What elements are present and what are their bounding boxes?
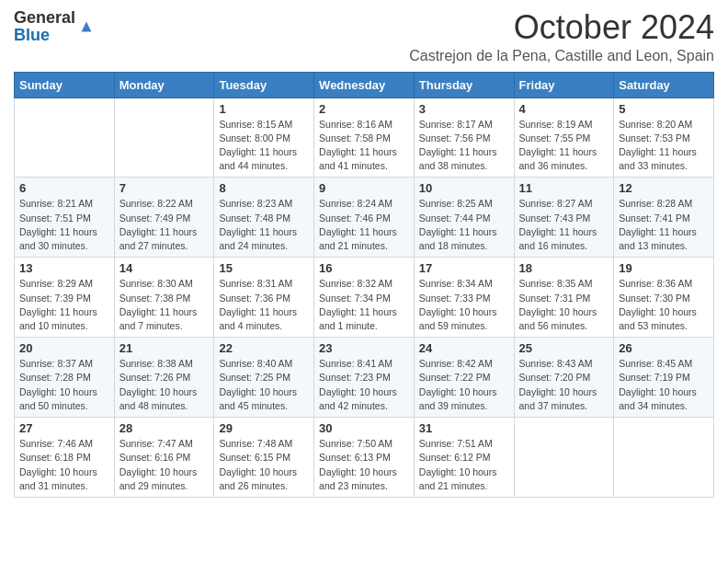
- calendar-week-row: 13Sunrise: 8:29 AMSunset: 7:39 PMDayligh…: [15, 258, 714, 338]
- day-info: Sunrise: 8:19 AMSunset: 7:55 PMDaylight:…: [519, 118, 609, 174]
- day-info: Sunrise: 8:32 AMSunset: 7:34 PMDaylight:…: [319, 277, 409, 333]
- day-number: 23: [319, 341, 409, 355]
- calendar-cell: 13Sunrise: 8:29 AMSunset: 7:39 PMDayligh…: [15, 258, 115, 338]
- calendar-cell: 31Sunrise: 7:51 AMSunset: 6:12 PMDayligh…: [414, 418, 514, 498]
- day-info: Sunrise: 8:42 AMSunset: 7:22 PMDaylight:…: [419, 357, 509, 413]
- day-number: 4: [519, 102, 609, 116]
- calendar-cell: 1Sunrise: 8:15 AMSunset: 8:00 PMDaylight…: [214, 98, 314, 178]
- page-header: General Blue October 2024 Castrejon de l…: [14, 9, 714, 64]
- day-info: Sunrise: 8:16 AMSunset: 7:58 PMDaylight:…: [319, 118, 409, 174]
- day-number: 2: [319, 102, 409, 116]
- calendar-cell: 2Sunrise: 8:16 AMSunset: 7:58 PMDaylight…: [314, 98, 415, 178]
- calendar-cell: 26Sunrise: 8:45 AMSunset: 7:19 PMDayligh…: [614, 338, 714, 418]
- header-thursday: Thursday: [414, 72, 514, 98]
- title-area: October 2024 Castrejon de la Pena, Casti…: [409, 9, 714, 64]
- day-number: 14: [119, 261, 210, 275]
- day-info: Sunrise: 8:43 AMSunset: 7:20 PMDaylight:…: [519, 357, 609, 413]
- calendar-cell: 22Sunrise: 8:40 AMSunset: 7:25 PMDayligh…: [214, 338, 314, 418]
- day-info: Sunrise: 8:36 AMSunset: 7:30 PMDaylight:…: [619, 277, 709, 333]
- day-number: 28: [119, 421, 210, 435]
- calendar-cell: 12Sunrise: 8:28 AMSunset: 7:41 PMDayligh…: [614, 178, 714, 258]
- calendar-cell: 28Sunrise: 7:47 AMSunset: 6:16 PMDayligh…: [114, 418, 214, 498]
- day-number: 24: [419, 341, 509, 355]
- day-info: Sunrise: 8:35 AMSunset: 7:31 PMDaylight:…: [519, 277, 609, 333]
- header-saturday: Saturday: [614, 72, 714, 98]
- calendar-table: SundayMondayTuesdayWednesdayThursdayFrid…: [14, 72, 714, 498]
- header-friday: Friday: [514, 72, 614, 98]
- day-number: 13: [19, 261, 109, 275]
- day-number: 29: [219, 421, 309, 435]
- day-info: Sunrise: 8:20 AMSunset: 7:53 PMDaylight:…: [619, 118, 709, 174]
- calendar-header-row: SundayMondayTuesdayWednesdayThursdayFrid…: [15, 72, 714, 98]
- logo: General Blue: [14, 9, 95, 44]
- svg-marker-0: [82, 22, 92, 32]
- day-info: Sunrise: 8:30 AMSunset: 7:38 PMDaylight:…: [119, 277, 210, 333]
- month-title: October 2024: [409, 9, 714, 46]
- calendar-cell: 17Sunrise: 8:34 AMSunset: 7:33 PMDayligh…: [414, 258, 514, 338]
- location-title: Castrejon de la Pena, Castille and Leon,…: [409, 48, 714, 64]
- calendar-cell: 23Sunrise: 8:41 AMSunset: 7:23 PMDayligh…: [314, 338, 415, 418]
- logo-text-blue: Blue: [14, 26, 50, 44]
- day-number: 31: [419, 421, 509, 435]
- day-number: 10: [419, 181, 509, 195]
- calendar-cell: [15, 98, 115, 178]
- day-number: 5: [619, 102, 709, 116]
- day-number: 8: [219, 181, 309, 195]
- header-tuesday: Tuesday: [214, 72, 314, 98]
- day-number: 25: [519, 341, 609, 355]
- calendar-week-row: 1Sunrise: 8:15 AMSunset: 8:00 PMDaylight…: [15, 98, 714, 178]
- header-sunday: Sunday: [15, 72, 115, 98]
- calendar-cell: 7Sunrise: 8:22 AMSunset: 7:49 PMDaylight…: [114, 178, 214, 258]
- day-info: Sunrise: 8:31 AMSunset: 7:36 PMDaylight:…: [219, 277, 309, 333]
- day-number: 11: [519, 181, 609, 195]
- calendar-cell: 3Sunrise: 8:17 AMSunset: 7:56 PMDaylight…: [414, 98, 514, 178]
- day-number: 15: [219, 261, 309, 275]
- day-info: Sunrise: 8:27 AMSunset: 7:43 PMDaylight:…: [519, 197, 609, 253]
- calendar-cell: 30Sunrise: 7:50 AMSunset: 6:13 PMDayligh…: [314, 418, 415, 498]
- calendar-cell: 20Sunrise: 8:37 AMSunset: 7:28 PMDayligh…: [15, 338, 115, 418]
- calendar-cell: 25Sunrise: 8:43 AMSunset: 7:20 PMDayligh…: [514, 338, 614, 418]
- day-info: Sunrise: 8:22 AMSunset: 7:49 PMDaylight:…: [119, 197, 210, 253]
- day-info: Sunrise: 7:46 AMSunset: 6:18 PMDaylight:…: [19, 437, 109, 493]
- calendar-cell: 29Sunrise: 7:48 AMSunset: 6:15 PMDayligh…: [214, 418, 314, 498]
- day-info: Sunrise: 7:51 AMSunset: 6:12 PMDaylight:…: [419, 437, 509, 493]
- day-number: 21: [119, 341, 210, 355]
- day-info: Sunrise: 8:17 AMSunset: 7:56 PMDaylight:…: [419, 118, 509, 174]
- day-info: Sunrise: 8:21 AMSunset: 7:51 PMDaylight:…: [19, 197, 109, 253]
- calendar-week-row: 27Sunrise: 7:46 AMSunset: 6:18 PMDayligh…: [15, 418, 714, 498]
- calendar-cell: [514, 418, 614, 498]
- calendar-week-row: 20Sunrise: 8:37 AMSunset: 7:28 PMDayligh…: [15, 338, 714, 418]
- calendar-cell: 21Sunrise: 8:38 AMSunset: 7:26 PMDayligh…: [114, 338, 214, 418]
- calendar-cell: [114, 98, 214, 178]
- header-monday: Monday: [114, 72, 214, 98]
- day-number: 12: [619, 181, 709, 195]
- day-info: Sunrise: 8:24 AMSunset: 7:46 PMDaylight:…: [319, 197, 409, 253]
- calendar-cell: 4Sunrise: 8:19 AMSunset: 7:55 PMDaylight…: [514, 98, 614, 178]
- day-number: 26: [619, 341, 709, 355]
- day-number: 3: [419, 102, 509, 116]
- day-info: Sunrise: 7:48 AMSunset: 6:15 PMDaylight:…: [219, 437, 309, 493]
- logo-icon: [78, 18, 95, 35]
- calendar-cell: 15Sunrise: 8:31 AMSunset: 7:36 PMDayligh…: [214, 258, 314, 338]
- day-info: Sunrise: 8:15 AMSunset: 8:00 PMDaylight:…: [219, 118, 309, 174]
- day-info: Sunrise: 8:29 AMSunset: 7:39 PMDaylight:…: [19, 277, 109, 333]
- logo-text-general: General: [14, 8, 75, 27]
- day-number: 9: [319, 181, 409, 195]
- day-number: 18: [519, 261, 609, 275]
- calendar-cell: 11Sunrise: 8:27 AMSunset: 7:43 PMDayligh…: [514, 178, 614, 258]
- day-number: 27: [19, 421, 109, 435]
- day-number: 17: [419, 261, 509, 275]
- day-number: 30: [319, 421, 409, 435]
- calendar-cell: 16Sunrise: 8:32 AMSunset: 7:34 PMDayligh…: [314, 258, 415, 338]
- day-number: 1: [219, 102, 309, 116]
- day-number: 19: [619, 261, 709, 275]
- day-info: Sunrise: 7:50 AMSunset: 6:13 PMDaylight:…: [319, 437, 409, 493]
- day-number: 7: [119, 181, 210, 195]
- calendar-cell: 27Sunrise: 7:46 AMSunset: 6:18 PMDayligh…: [15, 418, 115, 498]
- calendar-cell: 10Sunrise: 8:25 AMSunset: 7:44 PMDayligh…: [414, 178, 514, 258]
- day-number: 22: [219, 341, 309, 355]
- calendar-cell: 19Sunrise: 8:36 AMSunset: 7:30 PMDayligh…: [614, 258, 714, 338]
- calendar-cell: 6Sunrise: 8:21 AMSunset: 7:51 PMDaylight…: [15, 178, 115, 258]
- day-info: Sunrise: 8:38 AMSunset: 7:26 PMDaylight:…: [119, 357, 210, 413]
- calendar-cell: 18Sunrise: 8:35 AMSunset: 7:31 PMDayligh…: [514, 258, 614, 338]
